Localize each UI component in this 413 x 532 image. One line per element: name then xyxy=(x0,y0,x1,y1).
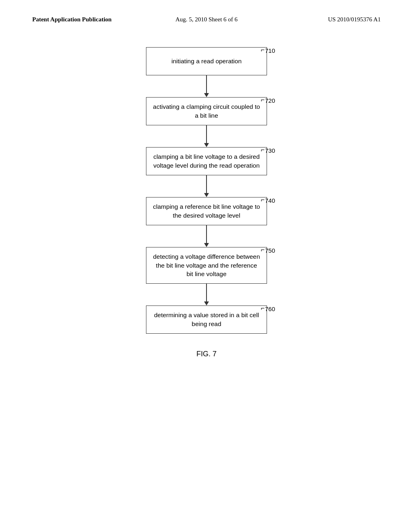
arrow-5 xyxy=(204,284,209,305)
step-ref-760: 760 xyxy=(261,305,275,313)
figure-caption: FIG. 7 xyxy=(196,350,217,358)
arrow-4 xyxy=(204,225,209,247)
step-text-760: determining a value stored in a bit cell… xyxy=(153,311,260,328)
step-box-720: activating a clamping circuit coupled to… xyxy=(146,97,267,125)
flow-step-750: 750 detecting a voltage difference betwe… xyxy=(138,247,275,284)
step-box-740: clamping a reference bit line voltage to… xyxy=(146,197,267,225)
flow-step-740: 740 clamping a reference bit line voltag… xyxy=(138,197,275,225)
header: Patent Application Publication Aug. 5, 2… xyxy=(0,0,413,31)
flow-step-760: 760 determining a value stored in a bit … xyxy=(138,305,275,334)
step-ref-740: 740 xyxy=(261,197,275,204)
step-text-710: initiating a read operation xyxy=(171,57,242,66)
flowchart-area: 710 initiating a read operation 720 acti… xyxy=(0,31,413,382)
arrow-head-3 xyxy=(204,193,209,197)
step-text-730: clamping a bit line voltage to a desired… xyxy=(153,152,260,170)
page: Patent Application Publication Aug. 5, 2… xyxy=(0,0,413,532)
header-right: US 2010/0195376 A1 xyxy=(265,16,381,23)
step-text-750: detecting a voltage difference between t… xyxy=(153,252,260,278)
arrow-3 xyxy=(204,175,209,197)
flow-step-730: 730 clamping a bit line voltage to a des… xyxy=(138,147,275,175)
step-box-710: initiating a read operation xyxy=(146,47,267,75)
arrow-head-5 xyxy=(204,301,209,305)
step-box-760: determining a value stored in a bit cell… xyxy=(146,305,267,334)
step-text-740: clamping a reference bit line voltage to… xyxy=(153,202,260,220)
step-box-750: detecting a voltage difference between t… xyxy=(146,247,267,284)
flow-step-720: 720 activating a clamping circuit couple… xyxy=(138,97,275,125)
patent-number-label: US 2010/0195376 A1 xyxy=(328,16,381,23)
arrow-line-1 xyxy=(206,75,207,93)
header-center: Aug. 5, 2010 Sheet 6 of 6 xyxy=(148,16,265,23)
publication-label: Patent Application Publication xyxy=(32,16,112,23)
arrow-line-4 xyxy=(206,225,207,243)
step-box-730: clamping a bit line voltage to a desired… xyxy=(146,147,267,175)
arrow-1 xyxy=(204,75,209,97)
step-ref-750: 750 xyxy=(261,247,275,254)
header-left: Patent Application Publication xyxy=(32,16,148,23)
caption-text: FIG. 7 xyxy=(196,350,217,358)
arrow-line-5 xyxy=(206,284,207,301)
arrow-head-1 xyxy=(204,93,209,97)
step-text-720: activating a clamping circuit coupled to… xyxy=(153,102,260,120)
arrow-line-2 xyxy=(206,125,207,143)
arrow-head-2 xyxy=(204,143,209,147)
step-ref-710: 710 xyxy=(261,47,275,54)
arrow-2 xyxy=(204,125,209,147)
step-ref-730: 730 xyxy=(261,147,275,154)
arrow-line-3 xyxy=(206,175,207,193)
step-ref-720: 720 xyxy=(261,97,275,104)
arrow-head-4 xyxy=(204,243,209,247)
date-sheet-label: Aug. 5, 2010 Sheet 6 of 6 xyxy=(175,16,238,23)
flow-step-710: 710 initiating a read operation xyxy=(138,47,275,75)
